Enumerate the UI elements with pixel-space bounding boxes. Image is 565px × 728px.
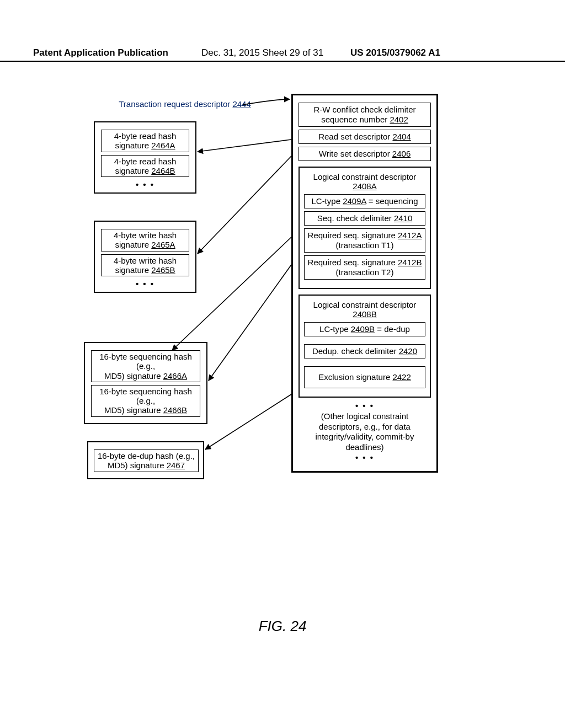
lcA-title-text: Logical constraint descriptor <box>313 172 417 181</box>
rw-conflict-delimiter: R-W conflict check delimiter sequence nu… <box>299 103 431 127</box>
dedup-hash-detail-box: 16-byte de-dup hash (e.g., MD5) signatur… <box>87 441 204 479</box>
sqA-s: MD5) signature <box>104 371 163 381</box>
header-date-sheet: Dec. 31, 2015 Sheet 29 of 31 <box>201 47 323 58</box>
ref-2412B: 2412B <box>398 258 422 267</box>
dots-icon-2: • • • <box>355 453 374 462</box>
dots-icon-3: • • • <box>136 180 154 189</box>
ref-2466B: 2466B <box>163 405 187 415</box>
page-header: Patent Application Publication Dec. 31, … <box>0 47 565 58</box>
other-logical-constraints: • • • (Other logical constraint descript… <box>299 401 431 463</box>
ref-2409B: 2409B <box>351 324 375 334</box>
logical-constraint-A: Logical constraint descriptor 2408A LC-t… <box>299 167 431 289</box>
lcA-type-pre: LC-type <box>311 196 343 206</box>
excl-text: Exclusion signature <box>318 372 392 382</box>
reqB-sub: (transaction T2) <box>336 267 394 277</box>
rhB-t: 4-byte read hash <box>114 157 177 166</box>
writeset-text: Write set descriptor <box>319 149 392 158</box>
diagram-title: Transaction request descriptor 2444 <box>113 99 257 109</box>
rhA-t: 4-byte read hash <box>114 131 177 141</box>
whA-s: signature <box>115 240 151 249</box>
lcA-type: LC-type 2409A = sequencing <box>304 194 425 208</box>
seq-check-delimiter: Seq. check delimiter 2410 <box>304 211 425 226</box>
dots-icon-4: • • • <box>136 279 154 288</box>
lcB-type-pre: LC-type <box>319 324 351 334</box>
write-hash-B: 4-byte write hash signature 2465B <box>101 254 189 277</box>
exclusion-signature: Exclusion signature 2422 <box>304 366 425 388</box>
sqB-t: 16-byte sequencing hash (e.g., <box>99 387 192 405</box>
lcA-type-post: = sequencing <box>366 196 418 206</box>
other-l3: integrity/validity, commit-by <box>316 432 414 441</box>
read-hash-A: 4-byte read hash signature 2464A <box>101 130 189 152</box>
ref-2408A: 2408A <box>353 181 376 191</box>
read-hash-B: 4-byte read hash signature 2464B <box>101 155 189 178</box>
figure-label: FIG. 24 <box>0 618 565 635</box>
ref-2412A: 2412A <box>398 231 422 240</box>
readset-text: Read set descriptor <box>318 132 392 141</box>
ref-2406: 2406 <box>392 149 411 158</box>
sqB-s: MD5) signature <box>104 405 163 415</box>
ref-2422: 2422 <box>392 372 411 382</box>
dedup-check-delimiter: Dedup. check delimiter 2420 <box>304 344 425 358</box>
dedup-text: Dedup. check delimiter <box>312 346 399 356</box>
ref-2402: 2402 <box>390 115 408 124</box>
reqB-t: Required seq. signature <box>308 258 398 267</box>
sequencing-hash-detail-box: 16-byte sequencing hash (e.g., MD5) sign… <box>84 342 207 424</box>
reqA-t: Required seq. signature <box>308 231 398 240</box>
ref-2465A: 2465A <box>151 240 175 249</box>
write-hash-A: 4-byte write hash signature 2465A <box>101 229 189 251</box>
seqdelim-text: Seq. check delimiter <box>317 213 394 223</box>
ref-2444: 2444 <box>232 99 250 109</box>
write-hash-detail-box: 4-byte write hash signature 2465A 4-byte… <box>94 221 196 293</box>
seq-hash-B: 16-byte sequencing hash (e.g., MD5) sign… <box>91 385 200 417</box>
required-seq-sig-B: Required seq. signature 2412B (transacti… <box>304 255 425 280</box>
diagram: Transaction request descriptor 2444 R-W … <box>0 88 565 640</box>
read-set-descriptor: Read set descriptor 2404 <box>299 130 431 144</box>
other-l1: (Other logical constraint <box>321 411 408 421</box>
sqA-t: 16-byte sequencing hash (e.g., <box>99 352 192 371</box>
ref-2408B: 2408B <box>353 309 376 319</box>
seq-hash-A: 16-byte sequencing hash (e.g., MD5) sign… <box>91 350 200 382</box>
ref-2465B: 2465B <box>151 265 175 275</box>
lcB-title-text: Logical constraint descriptor <box>313 300 417 309</box>
lcB-type: LC-type 2409B = de-dup <box>304 322 425 336</box>
lcA-title: Logical constraint descriptor 2408A <box>304 172 425 191</box>
rhA-s: signature <box>115 141 151 150</box>
lcB-type-post: = de-dup <box>375 324 410 334</box>
ref-2467: 2467 <box>167 461 185 470</box>
ref-2410: 2410 <box>394 213 412 223</box>
dd-s: MD5) signature <box>108 461 167 470</box>
whA-t: 4-byte write hash <box>114 231 177 240</box>
ref-2409A: 2409A <box>343 196 366 206</box>
required-seq-sig-A: Required seq. signature 2412A (transacti… <box>304 228 425 253</box>
ref-2466A: 2466A <box>163 371 187 381</box>
reqA-sub: (transaction T1) <box>336 240 394 250</box>
whB-s: signature <box>115 265 151 275</box>
lcB-title: Logical constraint descriptor 2408B <box>304 300 425 319</box>
ref-2464A: 2464A <box>151 141 175 150</box>
whB-t: 4-byte write hash <box>114 256 177 265</box>
read-hash-detail-box: 4-byte read hash signature 2464A 4-byte … <box>94 121 196 194</box>
diagram-title-text: Transaction request descriptor <box>119 99 232 109</box>
dd-t: 16-byte de-dup hash (e.g., <box>98 451 195 461</box>
ref-2404: 2404 <box>392 132 411 141</box>
other-l4: deadlines) <box>345 442 383 452</box>
header-docnum: US 2015/0379062 A1 <box>350 47 440 58</box>
rw-line1: R-W conflict check delimiter <box>313 105 415 114</box>
header-rule <box>0 61 565 62</box>
ref-2464B: 2464B <box>151 166 175 175</box>
transaction-request-descriptor-box: R-W conflict check delimiter sequence nu… <box>291 94 438 473</box>
dedup-hash: 16-byte de-dup hash (e.g., MD5) signatur… <box>94 449 199 472</box>
write-set-descriptor: Write set descriptor 2406 <box>299 147 431 161</box>
header-pub: Patent Application Publication <box>33 47 168 58</box>
other-l2: descriptors, e.g., for data <box>319 422 411 431</box>
rhB-s: signature <box>115 166 151 175</box>
rw-line2: sequence number <box>321 115 390 124</box>
ref-2420: 2420 <box>399 346 417 356</box>
dots-icon: • • • <box>355 401 374 410</box>
logical-constraint-B: Logical constraint descriptor 2408B LC-t… <box>299 295 431 398</box>
